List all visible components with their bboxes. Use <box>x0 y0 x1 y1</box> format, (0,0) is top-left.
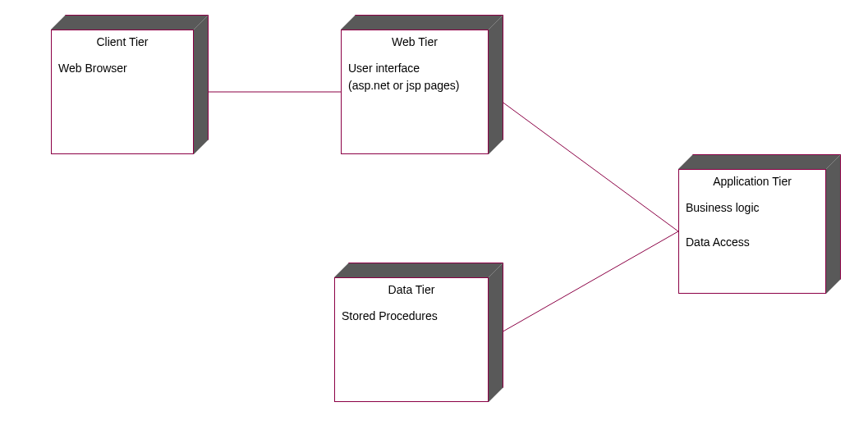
cube-front: Data Tier Stored Procedures <box>334 277 489 402</box>
cube-front: Client Tier Web Browser <box>51 30 194 154</box>
node-title: Web Tier <box>348 35 481 48</box>
cube-side <box>489 15 503 154</box>
node-body: User interface (asp.net or jsp pages) <box>348 60 481 94</box>
node-data-tier: Data Tier Stored Procedures <box>334 263 503 402</box>
cube-top <box>51 15 209 30</box>
node-body: Stored Procedures <box>342 308 481 325</box>
cube-side <box>194 15 209 154</box>
cube-front: Web Tier User interface (asp.net or jsp … <box>341 30 489 154</box>
node-title: Application Tier <box>686 175 819 188</box>
node-client-tier: Client Tier Web Browser <box>51 15 209 154</box>
cube-side <box>826 154 841 294</box>
node-body: Web Browser <box>58 60 186 77</box>
cube-top <box>341 15 503 30</box>
node-title: Data Tier <box>342 283 481 296</box>
cube-top <box>678 154 841 169</box>
cube-top <box>334 263 503 277</box>
node-web-tier: Web Tier User interface (asp.net or jsp … <box>341 15 503 154</box>
cube-front: Application Tier Business logic Data Acc… <box>678 169 826 294</box>
node-title: Client Tier <box>58 35 186 48</box>
cube-side <box>489 263 503 402</box>
node-body: Business logic Data Access <box>686 199 819 251</box>
connector-web-app <box>489 92 678 231</box>
node-application-tier: Application Tier Business logic Data Acc… <box>678 154 841 294</box>
connector-data-app <box>489 231 678 340</box>
